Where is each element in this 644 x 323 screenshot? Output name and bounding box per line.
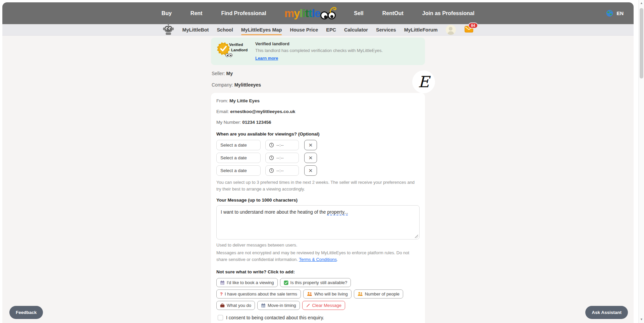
question-icon: ? bbox=[220, 291, 223, 297]
verified-landlord-banner: Verified Landlord Verified landlord This… bbox=[211, 38, 425, 65]
consent-row: I consent to being contacted about this … bbox=[218, 315, 420, 320]
chip-move-in-timing[interactable]: Move-in timing bbox=[257, 301, 300, 310]
scroll-up-arrow[interactable]: ▲ bbox=[639, 1, 644, 5]
clock-icon bbox=[269, 155, 274, 160]
scroll-down-arrow[interactable]: ▼ bbox=[639, 318, 644, 321]
calendar-icon bbox=[261, 303, 266, 308]
nav-join-professional[interactable]: Join as Professional bbox=[422, 10, 475, 16]
pen-icon bbox=[306, 303, 310, 308]
company-line: Company: Mylittleeyes bbox=[212, 82, 424, 88]
terms-link[interactable]: Terms & Conditions bbox=[299, 257, 337, 262]
textarea-resize-handle[interactable] bbox=[415, 235, 418, 238]
logo-letter: y bbox=[294, 7, 300, 19]
clock-icon bbox=[269, 143, 274, 148]
logo-letter: l bbox=[312, 7, 315, 19]
logo-letter: t bbox=[309, 7, 312, 19]
viewing-slot-row: Select a date --:-- ✕ bbox=[216, 165, 420, 176]
from-line: From: My Little Eyes bbox=[216, 98, 420, 103]
subnav-calculator[interactable]: Calculator bbox=[344, 25, 368, 35]
banner-description: This landlord has completed verification… bbox=[255, 48, 383, 53]
logo-letter: m bbox=[284, 7, 294, 19]
feedback-button[interactable]: Feedback bbox=[9, 306, 43, 319]
robot-icon[interactable] bbox=[163, 23, 174, 35]
banner-title: Verified landlord bbox=[255, 41, 383, 46]
message-label: Your Message (up to 1000 characters) bbox=[216, 198, 420, 203]
phone-value: 01234 123456 bbox=[242, 120, 271, 125]
briefcase-icon bbox=[220, 303, 225, 308]
chip-book-viewing[interactable]: I'd like to book a viewing bbox=[216, 278, 278, 287]
main-content: Verified Landlord Verified landlord This… bbox=[211, 38, 425, 323]
people-icon bbox=[307, 292, 312, 296]
user-avatar-icon[interactable] bbox=[446, 25, 456, 35]
globe-icon bbox=[606, 10, 613, 17]
subnav-mylittleforum[interactable]: MyLittleForum bbox=[404, 25, 438, 35]
viewing-slot-row: Select a date --:-- ✕ bbox=[216, 153, 420, 163]
time-picker-input[interactable]: --:-- bbox=[265, 140, 299, 150]
learn-more-link[interactable]: Learn more bbox=[255, 56, 278, 61]
message-textarea[interactable]: I want to understand more about the heat… bbox=[216, 205, 420, 239]
logo-letter: l bbox=[300, 7, 302, 19]
chip-clear-message[interactable]: Clear Message bbox=[302, 301, 345, 310]
chip-row: I'd like to book a viewing Is this prope… bbox=[216, 278, 420, 287]
viewings-help-text: You can select up to 3 preferred times i… bbox=[216, 179, 420, 192]
email-value: ernestkoo@mylittleeyes.co.uk bbox=[230, 109, 295, 114]
clear-slot-button[interactable]: ✕ bbox=[304, 153, 317, 163]
clock-icon bbox=[269, 168, 274, 173]
scrollbar-thumb[interactable] bbox=[640, 8, 643, 78]
company-name: Mylittleeyes bbox=[234, 82, 261, 88]
subnav-house-price[interactable]: House Price bbox=[290, 25, 318, 35]
nav-sell[interactable]: Sell bbox=[354, 10, 363, 16]
seller-info: Seller: My Company: Mylittleeyes E bbox=[211, 65, 425, 93]
date-picker-input[interactable]: Select a date bbox=[216, 153, 261, 163]
calendar-icon bbox=[220, 280, 225, 285]
viewing-slot-row: Select a date --:-- ✕ bbox=[216, 140, 420, 150]
badge-eyes-icon bbox=[226, 53, 232, 57]
consent-checkbox[interactable] bbox=[218, 315, 223, 320]
logo-letter: e bbox=[315, 7, 320, 19]
subnav-mylittleeyes-map[interactable]: MyLittleEyes Map bbox=[241, 25, 282, 35]
chip-row: What you do Move-in timing Clear Message bbox=[216, 301, 420, 310]
language-label: EN bbox=[616, 10, 624, 16]
from-value: My Little Eyes bbox=[229, 98, 260, 103]
chip-row: ? I have questions about the sale terms … bbox=[216, 289, 420, 299]
company-monogram-logo: E bbox=[412, 70, 435, 93]
chip-what-you-do[interactable]: What you do bbox=[216, 301, 255, 310]
verified-badge-text: Verified Landlord bbox=[229, 42, 248, 53]
seller-name: My bbox=[226, 71, 233, 76]
people-group-icon bbox=[358, 292, 363, 296]
chip-who-will-be-living[interactable]: Who will be living bbox=[303, 289, 352, 299]
time-picker-input[interactable]: --:-- bbox=[265, 165, 299, 176]
subnav-mylittlebot[interactable]: MyLittleBot bbox=[182, 25, 209, 35]
site-viewport: Buy Rent Find Professional mylittle Sell… bbox=[2, 2, 634, 323]
language-selector[interactable]: EN bbox=[606, 2, 624, 24]
chip-sale-terms-questions[interactable]: ? I have questions about the sale terms bbox=[216, 289, 301, 299]
subnav-epc[interactable]: EPC bbox=[326, 25, 336, 35]
subnav-services[interactable]: Services bbox=[376, 25, 396, 35]
logo-letter: i bbox=[303, 7, 305, 19]
messages-button[interactable]: 84 bbox=[465, 26, 473, 34]
enquiry-form-card: From: My Little Eyes Email: ernestkoo@my… bbox=[211, 93, 425, 323]
email-line: Email: ernestkoo@mylittleeyes.co.uk bbox=[216, 109, 420, 114]
verified-badge: Verified Landlord bbox=[216, 41, 249, 61]
subnav-school[interactable]: School bbox=[217, 25, 233, 35]
time-picker-input[interactable]: --:-- bbox=[265, 153, 299, 163]
page-scrollbar[interactable]: ▲ ▼ bbox=[638, 0, 644, 323]
phone-line: My Number: 01234 123456 bbox=[216, 120, 420, 125]
logo-wordmark: mylittle bbox=[284, 8, 321, 19]
chip-still-available[interactable]: Is this property still available? bbox=[280, 278, 351, 287]
mylittleeyes-logo[interactable]: mylittle bbox=[284, 8, 336, 19]
message-help-text: Used to deliver messages between users. bbox=[216, 243, 420, 248]
nav-rent[interactable]: Rent bbox=[191, 10, 203, 16]
logo-letter: t bbox=[305, 7, 309, 19]
secondary-nav: MyLittleBot School MyLittleEyes Map Hous… bbox=[2, 24, 634, 36]
clear-slot-button[interactable]: ✕ bbox=[304, 165, 317, 176]
date-picker-input[interactable]: Select a date bbox=[216, 140, 261, 150]
nav-rentout[interactable]: RentOut bbox=[382, 10, 404, 16]
chip-number-of-people[interactable]: Number of people bbox=[354, 289, 403, 299]
date-picker-input[interactable]: Select a date bbox=[216, 165, 261, 176]
nav-buy[interactable]: Buy bbox=[162, 10, 172, 16]
clear-slot-button[interactable]: ✕ bbox=[304, 140, 317, 150]
nav-find-professional[interactable]: Find Professional bbox=[221, 10, 266, 16]
viewings-heading: When are you available for viewings? (Op… bbox=[216, 131, 420, 137]
ask-assistant-button[interactable]: Ask Assistant bbox=[585, 306, 628, 319]
